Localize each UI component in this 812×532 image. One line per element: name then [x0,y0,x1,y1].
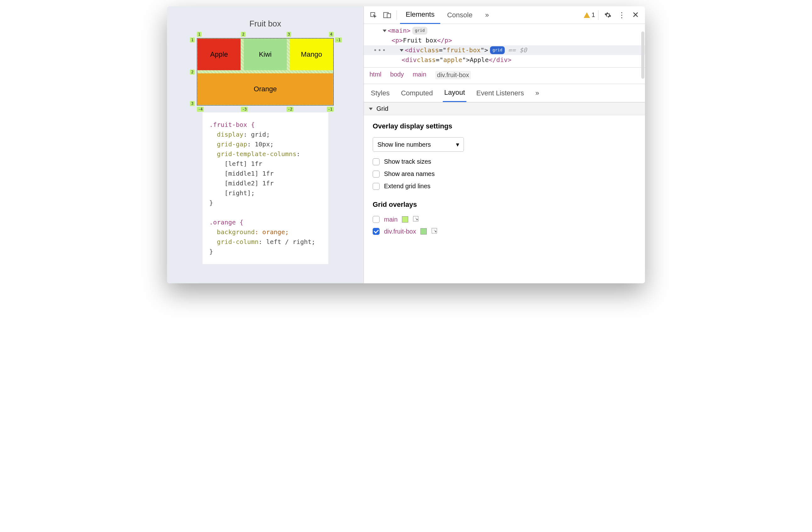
grid-overlays-title: Grid overlays [373,200,636,209]
toolbar-separator [598,10,598,20]
dom-tree[interactable]: <main> grid <p>Fruit box</p> ••• <div cl… [364,24,645,68]
css-snippet: .fruit-box { display: grid; grid-gap: 10… [203,112,328,264]
crumb-fruit-box[interactable]: div.fruit-box [435,71,471,79]
expand-icon[interactable] [400,49,404,52]
more-actions-icon[interactable]: ••• [373,45,387,55]
cell-kiwi: Kiwi [244,39,287,70]
tabs-overflow-icon[interactable]: » [479,6,494,24]
dom-node-selected[interactable]: ••• <div class="fruit-box"> grid == $0 [364,45,645,55]
grid-section-header[interactable]: Grid [364,102,645,115]
crumb-body[interactable]: body [390,71,404,79]
grid-line-number: -2 [287,107,293,112]
crumb-html[interactable]: html [369,71,381,79]
dom-node-main[interactable]: <main> grid [373,26,642,36]
grid-badge[interactable]: grid [412,27,427,34]
overlay-color-swatch[interactable] [420,228,427,235]
dom-node-p[interactable]: <p>Fruit box</p> [373,36,642,45]
cell-orange: Orange [198,73,333,105]
overlay-checkbox[interactable] [373,228,380,235]
warning-icon [584,12,590,18]
devtools-panel: Elements Console » 1 ⋮ ✕ <main> grid <p>… [364,6,645,283]
chevron-down-icon: ▾ [456,141,459,148]
cell-apple: Apple [198,39,241,70]
dom-node-apple[interactable]: <div class="apple">Apple</div> [373,55,642,65]
expand-icon[interactable] [383,30,387,32]
grid-line-number: 1 [197,32,202,37]
opt-label: Extend grid lines [384,183,431,190]
grid-line-number: 2 [190,70,195,74]
device-toggle-icon[interactable] [381,9,393,22]
warning-badge[interactable]: 1 [584,11,595,18]
fruit-box-grid: Apple Kiwi Mango Orange [197,38,334,106]
tab-elements[interactable]: Elements [400,6,440,24]
kebab-menu-icon[interactable]: ⋮ [615,9,628,22]
close-devtools-icon[interactable]: ✕ [629,9,642,22]
subtabs-overflow-icon[interactable]: » [534,85,540,102]
overlay-element[interactable]: div.fruit-box [384,228,416,235]
opt-label: Show area names [384,170,435,178]
inspect-icon[interactable] [367,9,380,22]
overlay-color-swatch[interactable] [402,216,408,223]
svg-rect-2 [387,14,391,18]
highlight-element-icon[interactable] [431,228,437,235]
grid-line-number: 2 [241,32,246,37]
opt-area-names[interactable]: Show area names [373,170,636,178]
grid-section-label: Grid [376,105,388,112]
grid-line-number: -3 [241,107,248,112]
svg-rect-4 [432,228,437,233]
tab-listeners[interactable]: Event Listeners [475,85,525,102]
line-numbers-select[interactable]: Show line numbers ▾ [373,137,464,152]
checkbox[interactable] [373,183,380,190]
tab-computed[interactable]: Computed [400,85,434,102]
grid-line-number: 1 [190,38,195,42]
crumb-main[interactable]: main [412,71,426,79]
tab-styles[interactable]: Styles [369,85,391,102]
overlay-row-main: main [373,215,636,223]
page-title: Fruit box [249,19,281,29]
breadcrumb: html body main div.fruit-box [364,68,645,84]
grid-line-number: 3 [190,101,195,106]
highlight-element-icon[interactable] [412,215,419,223]
overlay-settings-title: Overlay display settings [373,122,636,130]
app-root: Fruit box Apple Kiwi Mango Orange 1 2 3 … [167,6,645,283]
svg-rect-3 [413,216,418,221]
checkbox[interactable] [373,158,380,165]
checkbox[interactable] [373,171,380,178]
toolbar-separator [396,10,397,20]
grid-badge[interactable]: grid [490,46,505,54]
grid-line-number: -1 [327,107,334,112]
tab-console[interactable]: Console [441,6,478,24]
overlay-display-settings: Overlay display settings Show line numbe… [364,115,645,247]
devtools-toolbar: Elements Console » 1 ⋮ ✕ [364,6,645,24]
collapse-icon[interactable] [369,108,373,110]
overlay-checkbox[interactable] [373,216,380,223]
selected-ref: == $0 [508,45,527,55]
scrollbar[interactable] [641,31,644,79]
overlay-element[interactable]: main [384,216,397,223]
warning-count: 1 [592,11,595,18]
grid-line-number: 3 [287,32,291,37]
grid-overlay-wrap: Apple Kiwi Mango Orange 1 2 3 4 1 2 3 -1… [197,38,334,106]
tab-layout[interactable]: Layout [443,84,466,102]
line-numbers-value: Show line numbers [377,141,431,148]
page-preview: Fruit box Apple Kiwi Mango Orange 1 2 3 … [167,6,364,283]
opt-label: Show track sizes [384,158,431,165]
grid-line-number: -4 [197,107,204,112]
overlay-row-fruit-box: div.fruit-box [373,228,636,235]
opt-track-sizes[interactable]: Show track sizes [373,158,636,165]
opt-extend-lines[interactable]: Extend grid lines [373,183,636,190]
sidebar-tabs: Styles Computed Layout Event Listeners » [364,84,645,102]
grid-line-number: 4 [329,32,334,37]
cell-mango: Mango [290,39,333,70]
grid-line-number: -1 [335,38,342,42]
settings-gear-icon[interactable] [601,9,614,22]
